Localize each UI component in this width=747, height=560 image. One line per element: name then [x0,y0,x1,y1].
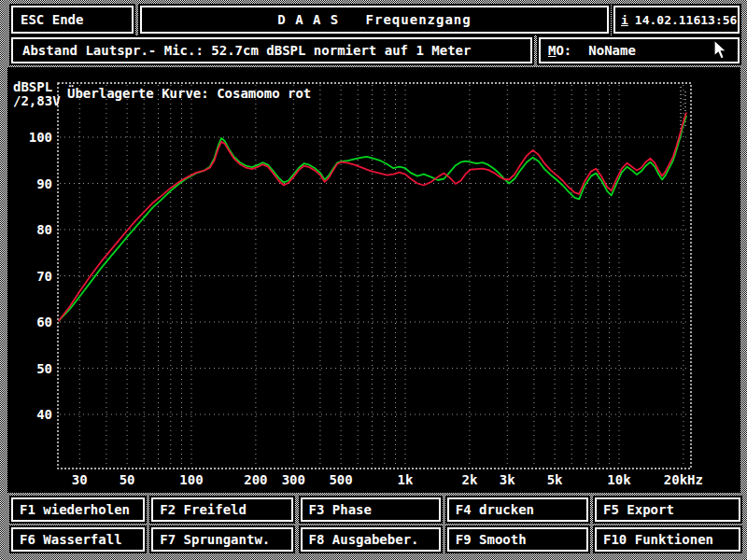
svg-text:100: 100 [29,130,52,145]
mo-label: O: [556,43,571,58]
mo-selector[interactable]: MO:NoName [539,37,740,63]
daas-screen: ESC Ende D A A S Frequenzgang i14.02.116… [0,0,747,560]
mo-hotkey: M [548,43,556,58]
svg-text:80: 80 [36,222,52,237]
svg-text:90: 90 [36,176,52,191]
datetime-text: 14.02.11613:56 [635,13,738,27]
svg-text:5k: 5k [547,472,563,487]
svg-text:40: 40 [36,407,52,422]
f5-export-button[interactable]: F5 Export [595,497,740,522]
esc-ende-label: ESC Ende [21,12,83,27]
svg-text:50: 50 [36,361,52,376]
svg-text:50: 50 [120,472,135,487]
svg-text:500: 500 [329,472,352,487]
svg-text:200: 200 [244,472,267,487]
frequency-response-chart: 10090807060504030501002003005001k2k3k5k1… [7,67,740,493]
measurement-info-bar: Abstand Lautspr.- Mic.: 52.7cm dBSPL nor… [11,37,532,63]
function-key-row-1: F1 wiederholen F2 Freifeld F3 Phase F4 d… [11,497,740,522]
svg-text:1k: 1k [398,472,414,487]
f3-phase-button[interactable]: F3 Phase [301,497,441,522]
mo-value: NoName [588,43,636,58]
svg-text:100: 100 [179,472,203,487]
function-key-row-2: F6 Wasserfall F7 Sprungantw. F8 Ausgabeb… [11,527,740,552]
svg-text:3k: 3k [500,472,515,487]
f2-freifeld-button[interactable]: F2 Freifeld [151,497,293,522]
f7-sprungantwort-button[interactable]: F7 Sprungantw. [151,527,293,552]
svg-text:Überlagerte Kurve: Cosamomo ro: Überlagerte Kurve: Cosamomo rot [67,85,311,101]
page-title: D A A S Frequenzgang [277,12,471,27]
datetime-box[interactable]: i14.02.11613:56 [613,6,740,34]
f6-wasserfall-button[interactable]: F6 Wasserfall [11,527,145,552]
svg-text:2k: 2k [461,472,477,487]
svg-text:70: 70 [36,269,52,284]
info-hotkey: i [621,13,628,27]
svg-text:300: 300 [282,472,305,487]
svg-text:30: 30 [72,472,88,487]
window-title-bar: D A A S Frequenzgang [140,6,609,34]
f4-drucken-button[interactable]: F4 drucken [447,497,588,522]
f10-funktionen-button[interactable]: F10 Funktionen [595,527,740,552]
f1-wiederholen-button[interactable]: F1 wiederholen [11,497,145,522]
f9-smooth-button[interactable]: F9 Smooth [447,527,588,552]
svg-text:/2,83V: /2,83V [13,93,61,108]
svg-text:20kHz: 20kHz [664,472,703,487]
chart-panel: 10090807060504030501002003005001k2k3k5k1… [7,67,740,493]
esc-ende-button[interactable]: ESC Ende [11,6,134,34]
mouse-cursor-icon [713,39,730,62]
svg-text:dBSPL: dBSPL [13,79,52,94]
svg-text:60: 60 [36,315,52,329]
svg-text:10k: 10k [607,472,631,487]
measurement-info-text: Abstand Lautspr.- Mic.: 52.7cm dBSPL nor… [22,43,471,58]
f8-ausgabeberechnung-button[interactable]: F8 Ausgabeber. [301,527,441,552]
